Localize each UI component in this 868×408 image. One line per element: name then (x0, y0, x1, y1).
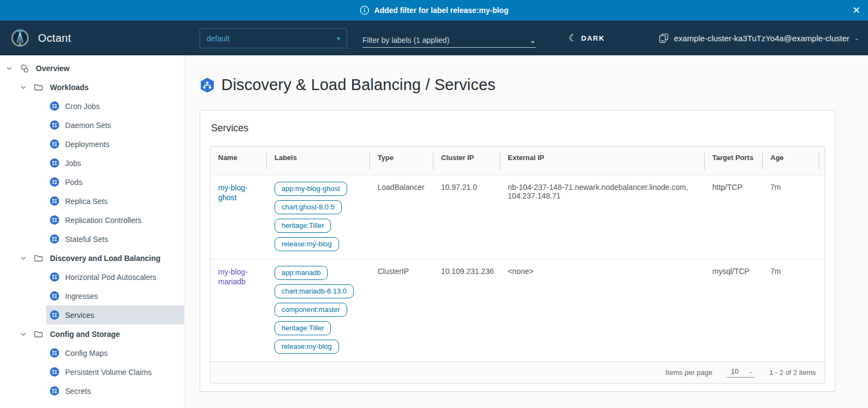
label-pill-release-my-blog[interactable]: release:my-blog (275, 340, 339, 354)
sidebar-item-ingresses[interactable]: Ingresses (46, 286, 184, 305)
table-row: my-blog-mariadbapp:mariadbchart:mariadb-… (210, 259, 825, 361)
config-maps-icon (50, 348, 59, 358)
label-pill-heritage-tiller[interactable]: heritage:Tiller (275, 219, 331, 233)
sidebar-item-jobs[interactable]: Jobs (46, 154, 184, 173)
app-header: Octant default ▾ Filter by labels (1 app… (0, 21, 868, 55)
chevron-down-icon: ⌄ (854, 35, 859, 42)
page-title: Discovery & Load Balancing / Services (221, 76, 495, 94)
column-header-spacer (819, 146, 825, 175)
label-pill-chart-ghost-8-0-5[interactable]: chart:ghost-8.0.5 (275, 200, 342, 214)
sidebar-item-replica-sets[interactable]: Replica Sets (46, 192, 184, 211)
cluster-context-switcher[interactable]: example-cluster-ka3TuTzYo4a@example-clus… (659, 21, 859, 55)
column-header-name[interactable]: Name (210, 146, 267, 175)
chevron-down-icon: ▾ (337, 35, 340, 42)
notification-banner: Added filter for label release:my-blog ✕ (0, 0, 868, 21)
label-pill-component-master[interactable]: component:master (275, 303, 347, 317)
theme-toggle-button[interactable]: ☾ DARK (569, 21, 605, 55)
cell-cluster-ip: 10.109.231.236 (433, 259, 500, 361)
brand: Octant (10, 21, 71, 55)
label-pill-heritage-tiller[interactable]: heritage:Tiller (275, 321, 331, 335)
sidebar-item-label: Horizontal Pod Autoscalers (65, 273, 156, 282)
info-icon (360, 5, 369, 15)
chevron-down-icon (20, 254, 27, 262)
service-link-my-blog-ghost[interactable]: my-blog-ghost (218, 183, 247, 202)
deployments-icon (50, 139, 59, 149)
cell-type: LoadBalancer (370, 175, 433, 259)
sidebar-item-label: Services (65, 311, 94, 320)
octant-logo-icon (10, 28, 30, 48)
cell-age: 7m (763, 175, 819, 259)
sidebar-group-workloads[interactable]: Workloads (0, 78, 184, 97)
cell-target-ports: mysql/TCP (705, 259, 763, 361)
namespace-select[interactable]: default ▾ (200, 28, 347, 48)
chevron-down-icon: ⌄ (749, 368, 753, 374)
cell-spacer (819, 259, 825, 361)
sidebar-item-label: Deployments (65, 140, 110, 149)
cluster-context-name: example-cluster-ka3TuTzYo4a@example-clus… (674, 34, 849, 43)
cell-external-ip: <none> (500, 259, 705, 361)
items-per-page-select[interactable]: 10 ⌄ (726, 367, 755, 378)
sidebar-item-deployments[interactable]: Deployments (46, 135, 184, 154)
table-header-row: NameLabelsTypeCluster IPExternal IPTarge… (210, 146, 825, 175)
service-hexagon-icon (200, 78, 215, 93)
sidebar-item-overview[interactable]: Overview (0, 59, 184, 78)
pagination-range: 1 - 2 of 2 items (769, 368, 816, 377)
service-link-my-blog-mariadb[interactable]: my-blog-mariadb (218, 267, 247, 286)
sidebar-group-label: Discovery and Load Balancing (50, 254, 161, 263)
column-header-target-ports[interactable]: Target Ports (705, 146, 763, 175)
sidebar-item-label: Replication Controllers (65, 216, 142, 225)
close-icon[interactable]: ✕ (852, 5, 860, 15)
sidebar-item-persistent-volume-claims[interactable]: Persistent Volume Claims (46, 362, 184, 381)
namespace-value: default (207, 34, 229, 43)
navigation-sidebar: OverviewWorkloadsCron JobsDaemon SetsDep… (0, 55, 184, 408)
cell-labels: app:mariadbchart:mariadb-6.13.0component… (267, 259, 370, 361)
cell-type: ClusterIP (370, 259, 433, 361)
sidebar-item-label: Replica Sets (65, 197, 108, 206)
cell-target-ports: http/TCP (705, 175, 763, 259)
sidebar-root-label: Overview (36, 64, 69, 73)
pods-icon (50, 177, 59, 187)
sidebar-group-discovery-and-load-balancing[interactable]: Discovery and Load Balancing (0, 248, 184, 267)
folder-icon (34, 253, 43, 263)
stateful-sets-icon (50, 234, 59, 244)
label-pill-release-my-blog[interactable]: release:my-blog (275, 237, 339, 251)
sidebar-group-config-and-storage[interactable]: Config and Storage (0, 324, 184, 343)
sidebar-tree: OverviewWorkloadsCron JobsDaemon SetsDep… (0, 59, 184, 400)
sidebar-item-config-maps[interactable]: Config Maps (46, 343, 184, 362)
chevron-down-icon (5, 65, 13, 72)
cluster-icon (659, 33, 669, 43)
column-header-type[interactable]: Type (370, 146, 433, 175)
folder-icon (34, 82, 43, 92)
label-pill-app-mariadb[interactable]: app:mariadb (275, 266, 328, 280)
column-header-cluster-ip[interactable]: Cluster IP (433, 146, 500, 175)
sidebar-item-label: Jobs (65, 159, 81, 168)
label-filter-select[interactable]: Filter by labels (1 applied) ⌄ (362, 33, 536, 48)
services-icon (50, 310, 59, 320)
sidebar-item-label: Secrets (65, 387, 91, 396)
services-table-box: NameLabelsTypeCluster IPExternal IPTarge… (210, 146, 825, 384)
sidebar-item-daemon-sets[interactable]: Daemon Sets (46, 116, 184, 135)
sidebar-item-stateful-sets[interactable]: Stateful Sets (46, 229, 184, 248)
sidebar-item-secrets[interactable]: Secrets (46, 381, 184, 400)
chevron-down-icon (20, 330, 27, 338)
sidebar-item-cron-jobs[interactable]: Cron Jobs (46, 97, 184, 116)
sidebar-item-label: Stateful Sets (65, 235, 108, 244)
sidebar-item-label: Config Maps (65, 349, 108, 358)
column-header-age[interactable]: Age (763, 146, 819, 175)
label-pill-chart-mariadb-6-13-0[interactable]: chart:mariadb-6.13.0 (275, 284, 354, 298)
label-pill-app-my-blog-ghost[interactable]: app:my-blog-ghost (275, 182, 347, 196)
horizontal-pod-autoscalers-icon (50, 272, 59, 282)
column-header-external-ip[interactable]: External IP (500, 146, 705, 175)
sidebar-item-replication-controllers[interactable]: Replication Controllers (46, 211, 184, 229)
sidebar-item-services[interactable]: Services (46, 305, 184, 324)
sidebar-item-pods[interactable]: Pods (46, 173, 184, 192)
banner-message: Added filter for label release:my-blog (374, 6, 508, 15)
daemon-sets-icon (50, 120, 59, 130)
column-header-labels[interactable]: Labels (267, 146, 370, 175)
main-content: Discovery & Load Balancing / Services Se… (184, 55, 868, 408)
ingresses-icon (50, 291, 59, 301)
sidebar-item-horizontal-pod-autoscalers[interactable]: Horizontal Pod Autoscalers (46, 267, 184, 286)
chevron-down-icon: ⌄ (529, 36, 536, 44)
page-title-row: Discovery & Load Balancing / Services (200, 76, 868, 94)
sidebar-item-label: Cron Jobs (65, 102, 100, 111)
